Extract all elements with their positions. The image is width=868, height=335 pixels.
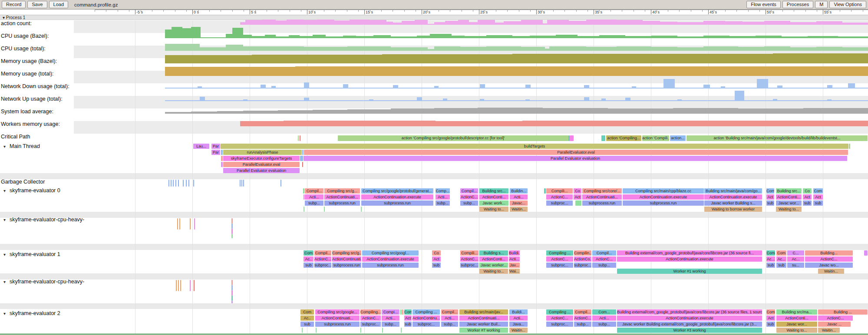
expander-arrow-icon[interactable]: ▾ <box>3 252 10 257</box>
slice[interactable]: Compiling src/googl... <box>362 250 419 256</box>
slice[interactable] <box>324 207 325 212</box>
slice[interactable] <box>231 218 233 223</box>
slice[interactable]: ActionContinuation.execute <box>617 256 762 262</box>
slice[interactable]: Act <box>803 194 812 200</box>
slice[interactable] <box>221 150 223 155</box>
slice[interactable]: ParallelEvaluator.eval <box>304 150 848 155</box>
slice[interactable]: Act <box>766 194 774 200</box>
slice[interactable]: Com <box>766 250 775 256</box>
slice[interactable]: Waitin... <box>509 328 528 333</box>
slice[interactable]: Par <box>211 150 220 155</box>
slice[interactable] <box>231 229 233 234</box>
slice[interactable]: Wai... <box>509 269 520 274</box>
slice[interactable]: Buildi... <box>509 309 528 315</box>
slice[interactable]: Acti... <box>509 315 528 321</box>
slice[interactable]: sub <box>432 263 441 268</box>
slice[interactable]: Javac work... <box>479 200 508 206</box>
slice[interactable] <box>194 280 195 291</box>
slice[interactable]: Building src... <box>776 188 802 194</box>
slice[interactable] <box>221 162 223 167</box>
slice[interactable] <box>231 285 233 290</box>
slice[interactable]: ActionC... <box>546 256 573 262</box>
slice[interactable]: action 'Compiling... <box>606 135 641 141</box>
slice[interactable]: Par <box>211 144 220 149</box>
slice[interactable] <box>175 180 176 187</box>
slice[interactable] <box>304 207 304 212</box>
slice[interactable]: Act <box>813 194 823 200</box>
expander-arrow-icon[interactable]: ▾ <box>3 311 10 316</box>
slice[interactable]: Buildin... <box>510 188 528 194</box>
slice[interactable]: subp... <box>305 200 323 206</box>
slice[interactable]: Compil... <box>460 188 478 194</box>
slice[interactable]: subproc... <box>546 263 573 268</box>
slice[interactable]: Worker #7 working <box>459 328 508 333</box>
slice[interactable] <box>231 301 233 303</box>
slice[interactable]: Acti... <box>305 194 323 200</box>
slice[interactable]: Compiling src/google... <box>315 309 360 315</box>
slice[interactable]: subproc... <box>546 200 573 206</box>
slice[interactable]: Com <box>776 250 786 256</box>
slice[interactable] <box>177 218 178 230</box>
slice[interactable]: Compi... <box>382 309 399 315</box>
slice[interactable]: Building src/ma... <box>776 309 817 315</box>
sidebar-item-skyframe-evaluator-cpu-heavy[interactable]: ▾skyframe-evaluator-cpu-heavy- <box>3 279 84 285</box>
slice[interactable]: subproc... <box>314 263 331 268</box>
slice[interactable]: action 'Compiling src/google/protobuf/de… <box>338 135 568 141</box>
slice[interactable]: ActionC... <box>574 315 591 321</box>
slice[interactable]: ActionC... <box>818 315 853 321</box>
slice[interactable]: Compiling src/google/protobuf/generat... <box>361 188 433 194</box>
slice[interactable]: Acti... <box>510 194 528 200</box>
slice[interactable] <box>402 309 403 315</box>
slice[interactable] <box>302 328 303 333</box>
slice[interactable]: sub <box>766 200 774 206</box>
slice[interactable]: Javac worker Building s... <box>704 200 762 206</box>
slice[interactable] <box>240 180 241 187</box>
slice[interactable] <box>544 188 546 194</box>
slice[interactable] <box>281 180 281 187</box>
slice[interactable]: ActionContinuati... <box>459 315 508 321</box>
slice[interactable]: Worker #1 working <box>617 269 762 274</box>
slice[interactable]: ActionC... <box>546 194 573 200</box>
slice[interactable] <box>178 280 179 291</box>
sidebar-item-skyframe-evaluator-1[interactable]: ▾skyframe-evaluator 1 <box>3 251 60 257</box>
slice[interactable] <box>231 290 233 296</box>
slice[interactable]: Compiling ... <box>413 309 440 315</box>
slice[interactable] <box>382 328 383 333</box>
slice[interactable]: ActionContinuati... <box>315 315 360 321</box>
slice[interactable]: Act <box>574 194 581 200</box>
slice[interactable] <box>231 234 233 238</box>
slice[interactable]: Ac... <box>787 256 804 262</box>
slice[interactable]: sub <box>304 263 314 268</box>
slice[interactable] <box>171 180 172 187</box>
slice[interactable]: Lau... <box>193 144 209 149</box>
slice[interactable] <box>849 144 850 149</box>
slice[interactable] <box>190 280 191 291</box>
slice[interactable] <box>231 296 233 301</box>
slice[interactable]: Compiling src/g... <box>332 250 361 256</box>
slice[interactable]: Com <box>404 309 412 315</box>
slice[interactable]: Parallel Evaluator evaluation <box>304 156 847 161</box>
slice[interactable]: Compiling src/g... <box>324 188 360 194</box>
slice[interactable]: action... <box>670 135 686 141</box>
timeline-canvas[interactable]: action 'Compiling src/google/protobuf/de… <box>0 0 868 335</box>
slice[interactable]: Buildi... <box>509 250 520 256</box>
slice[interactable]: Com <box>766 188 774 194</box>
slice[interactable]: subp... <box>436 200 450 206</box>
slice[interactable]: sub <box>766 322 775 327</box>
slice[interactable]: ActionC... <box>546 315 573 321</box>
slice[interactable]: Act <box>432 256 441 262</box>
slice[interactable]: sub <box>813 200 823 206</box>
slice[interactable] <box>316 328 317 333</box>
slice[interactable] <box>193 180 194 187</box>
slice[interactable]: Com <box>300 309 314 315</box>
slice[interactable]: ActionContinuation.execute <box>362 256 419 262</box>
slice[interactable]: ActionC... <box>460 194 478 200</box>
slice[interactable]: ParallelEvaluator.eval <box>223 162 300 167</box>
slice[interactable]: Compil... <box>574 309 591 315</box>
slice[interactable]: sub <box>300 322 314 327</box>
slice[interactable] <box>575 200 581 206</box>
slice[interactable]: su... <box>787 263 804 268</box>
slice[interactable] <box>168 180 169 187</box>
slice[interactable]: sub <box>404 322 412 327</box>
slice[interactable]: Compiling... <box>360 309 381 315</box>
